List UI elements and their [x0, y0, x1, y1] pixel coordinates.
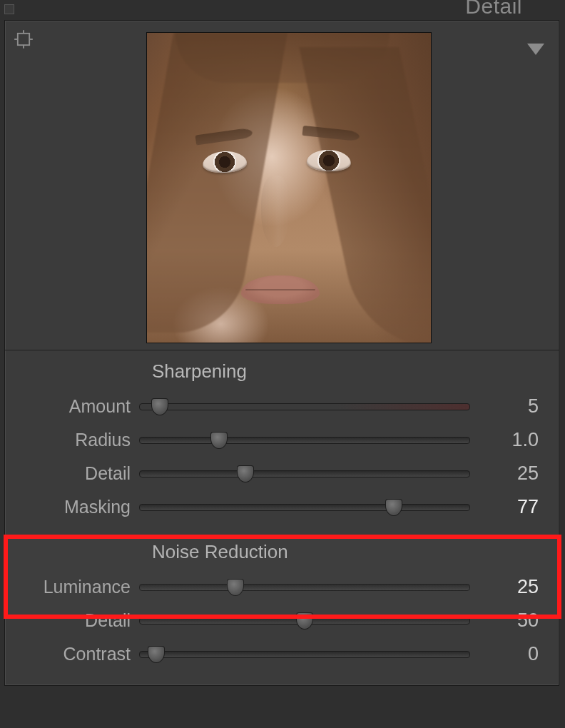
- nr-contrast-row: Contrast 0: [12, 637, 551, 671]
- slider-thumb-icon[interactable]: [227, 579, 244, 596]
- slider-thumb-icon[interactable]: [148, 646, 165, 663]
- nr-luminance-label: Luminance: [12, 577, 139, 597]
- panel-enable-checkbox[interactable]: [4, 4, 14, 14]
- sharpening-radius-row: Radius 1.0: [12, 423, 551, 457]
- sharpening-detail-slider[interactable]: [139, 470, 470, 477]
- sharpening-masking-label: Masking: [12, 497, 139, 517]
- sharpening-masking-value[interactable]: 77: [470, 496, 551, 518]
- sharpening-radius-slider[interactable]: [139, 437, 470, 444]
- sharpening-masking-slider[interactable]: [139, 504, 470, 511]
- sharpening-detail-value[interactable]: 25: [470, 462, 551, 485]
- nr-detail-slider[interactable]: [139, 617, 470, 625]
- nr-detail-value[interactable]: 50: [470, 610, 551, 632]
- collapse-preview-icon[interactable]: [527, 44, 544, 55]
- slider-thumb-icon[interactable]: [151, 398, 168, 415]
- nr-luminance-row: Luminance 25: [12, 570, 551, 604]
- nr-contrast-slider[interactable]: [139, 651, 470, 658]
- noise-reduction-title: Noise Reduction: [152, 541, 551, 563]
- sharpening-radius-label: Radius: [12, 430, 139, 450]
- panel-title: Detail: [465, 0, 522, 19]
- sharpening-amount-label: Amount: [12, 396, 139, 417]
- sharpening-detail-row: Detail 25: [12, 457, 551, 490]
- sliders-section: Sharpening Amount 5 Radius 1.0 Detail 25…: [5, 350, 559, 685]
- sharpening-amount-slider[interactable]: [139, 403, 470, 410]
- panel-header: Detail: [0, 0, 565, 19]
- nr-luminance-value[interactable]: 25: [470, 576, 551, 598]
- detail-target-icon[interactable]: [14, 29, 34, 49]
- nr-detail-label: Detail: [12, 610, 139, 631]
- slider-thumb-icon[interactable]: [385, 499, 402, 516]
- sharpening-amount-value[interactable]: 5: [470, 395, 551, 418]
- nr-contrast-value[interactable]: 0: [470, 643, 551, 665]
- sharpening-detail-label: Detail: [12, 463, 139, 484]
- nr-detail-row: Detail 50: [12, 604, 551, 637]
- nr-contrast-label: Contrast: [12, 644, 139, 664]
- sharpening-radius-value[interactable]: 1.0: [470, 429, 551, 451]
- slider-thumb-icon[interactable]: [210, 432, 228, 449]
- slider-thumb-icon[interactable]: [296, 612, 313, 630]
- slider-thumb-icon[interactable]: [237, 465, 254, 482]
- svg-rect-0: [18, 34, 29, 45]
- nr-luminance-slider[interactable]: [139, 584, 470, 591]
- sharpening-title: Sharpening: [152, 360, 551, 383]
- sharpening-masking-row: Masking 77: [12, 490, 551, 524]
- detail-preview-image[interactable]: [146, 32, 432, 343]
- preview-section: [5, 21, 559, 350]
- sharpening-amount-row: Amount 5: [12, 390, 551, 423]
- detail-panel: Sharpening Amount 5 Radius 1.0 Detail 25…: [4, 20, 559, 686]
